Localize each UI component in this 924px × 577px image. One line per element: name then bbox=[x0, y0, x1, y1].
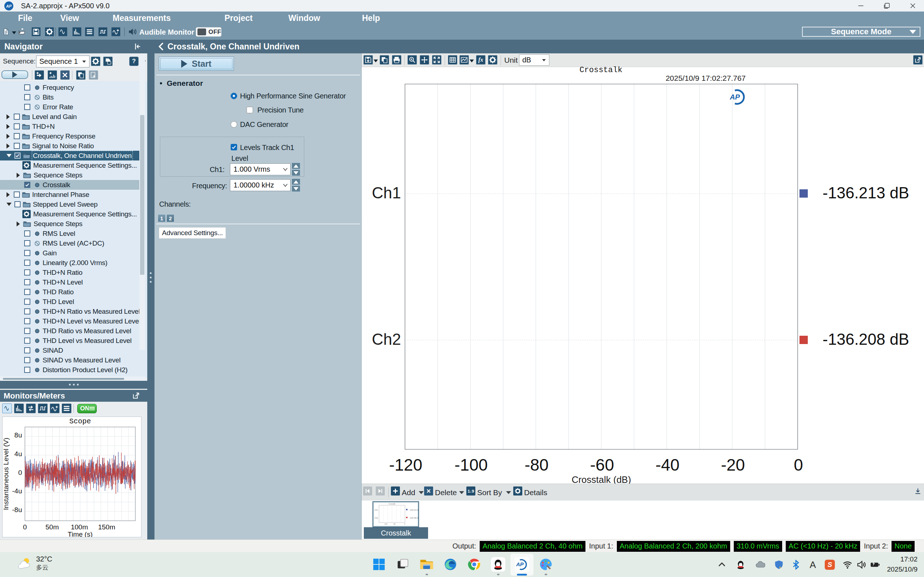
add-result-icon[interactable] bbox=[391, 487, 400, 495]
paste-item-icon[interactable] bbox=[89, 70, 98, 80]
menu-file[interactable]: File bbox=[18, 11, 32, 24]
sweep-monitor-icon[interactable] bbox=[50, 403, 60, 413]
step-down-button[interactable] bbox=[292, 169, 300, 176]
tree-checkbox[interactable] bbox=[24, 250, 30, 256]
advanced-settings-button[interactable]: Advanced Settings... bbox=[159, 227, 226, 239]
undock-graph-icon[interactable] bbox=[913, 55, 922, 64]
close-button[interactable] bbox=[902, 0, 924, 11]
tree-item[interactable]: Interchannel Phase bbox=[0, 190, 139, 200]
tray-qq-icon[interactable] bbox=[735, 559, 747, 571]
tree-checkbox[interactable] bbox=[24, 84, 30, 90]
menu-help[interactable]: Help bbox=[362, 11, 380, 24]
chevron-down-icon[interactable] bbox=[419, 491, 424, 494]
tray-battery-icon[interactable] bbox=[869, 559, 881, 571]
copy-item-icon[interactable] bbox=[76, 70, 86, 80]
frequency-select[interactable]: 1.00000 kHz bbox=[230, 179, 291, 191]
delete-result-icon[interactable] bbox=[424, 487, 433, 495]
step-up-button[interactable] bbox=[292, 163, 300, 169]
tree-checkbox[interactable] bbox=[24, 328, 30, 334]
tree-item[interactable]: THD+N bbox=[0, 121, 139, 131]
delete-result-button[interactable]: Delete bbox=[435, 484, 457, 501]
scope-view-icon[interactable] bbox=[58, 27, 68, 36]
fx-functions-icon[interactable]: fx bbox=[476, 55, 485, 64]
result-thumbnail[interactable]: Ch1Ch2-136.213 dB-136.208 dBCrosstalk-12… bbox=[373, 501, 419, 527]
table-view-icon[interactable] bbox=[448, 55, 457, 64]
tree-item[interactable]: THD+N Level vs Measured Level bbox=[0, 316, 139, 326]
panel-splitter[interactable] bbox=[147, 40, 155, 540]
start-button[interactable]: Start bbox=[159, 56, 234, 71]
tree-item[interactable]: THD+N Level bbox=[0, 277, 139, 287]
open-project-icon[interactable] bbox=[17, 27, 27, 36]
monitors-splitter-handle[interactable] bbox=[0, 381, 147, 389]
sort-by-icon[interactable]: 1↓9 bbox=[466, 487, 475, 495]
tree-checkbox[interactable] bbox=[24, 259, 30, 266]
tree-item[interactable]: THD+N Ratio vs Measured Level bbox=[0, 306, 139, 316]
tree-item[interactable]: THD Ratio vs Measured Level bbox=[0, 326, 139, 336]
result-thumbnail-label[interactable]: Crosstalk bbox=[364, 527, 428, 539]
chevron-down-icon[interactable] bbox=[470, 60, 474, 62]
export-results-icon[interactable] bbox=[913, 487, 922, 495]
windows-start-icon[interactable] bbox=[372, 557, 386, 572]
channel-2-button[interactable]: 2 bbox=[166, 214, 174, 222]
apx500-app-icon[interactable]: AP bbox=[514, 557, 530, 572]
sequence-select[interactable]: Sequence 1 bbox=[36, 56, 89, 68]
generator-section-header[interactable]: Generator bbox=[160, 79, 203, 88]
save-project-icon[interactable] bbox=[31, 27, 41, 36]
chevron-down-icon[interactable] bbox=[506, 491, 511, 494]
tree-item[interactable]: Crosstalk bbox=[0, 180, 139, 190]
input-coupling-value[interactable]: AC (<10 Hz) - 20 kHz bbox=[786, 541, 861, 552]
expand-arrow-icon[interactable] bbox=[6, 124, 10, 129]
tray-wifi-icon[interactable] bbox=[842, 559, 854, 571]
step-up-button[interactable] bbox=[292, 179, 300, 185]
minimize-button[interactable] bbox=[850, 0, 872, 11]
tree-item[interactable]: Distortion Product Level (H2) bbox=[0, 365, 139, 375]
tree-item[interactable]: SINAD bbox=[0, 345, 139, 355]
new-file-icon[interactable] bbox=[2, 27, 11, 36]
details-button[interactable]: Details bbox=[524, 484, 547, 501]
tree-item[interactable]: Stepped Level Sweep bbox=[0, 200, 139, 209]
print-graph-icon[interactable] bbox=[392, 55, 401, 64]
tree-checkbox[interactable] bbox=[24, 318, 30, 324]
tree-item[interactable]: RMS Level (AC+DC) bbox=[0, 239, 139, 248]
copy-graph-icon[interactable] bbox=[380, 55, 389, 64]
expand-arrow-icon[interactable] bbox=[6, 143, 10, 148]
meters-monitor-icon[interactable] bbox=[62, 403, 71, 413]
tree-checkbox[interactable] bbox=[14, 192, 20, 198]
step-down-button[interactable] bbox=[292, 185, 300, 192]
tree-item[interactable]: Gain bbox=[0, 248, 139, 258]
tree-item[interactable]: Linearity (2.000 Vrms) bbox=[0, 258, 139, 268]
tree-checkbox[interactable] bbox=[14, 123, 20, 129]
graph-settings-icon[interactable] bbox=[488, 55, 498, 64]
collapse-arrow-icon[interactable] bbox=[6, 203, 11, 206]
audible-monitor-toggle[interactable]: OFF bbox=[195, 27, 221, 37]
tree-item[interactable]: Error Rate bbox=[0, 102, 139, 112]
tree-checkbox[interactable] bbox=[24, 308, 30, 314]
tree-checkbox[interactable] bbox=[24, 94, 30, 100]
zoom-graph-icon[interactable] bbox=[407, 55, 417, 64]
precision-tune-checkbox[interactable] bbox=[247, 107, 253, 113]
menu-measurements[interactable]: Measurements bbox=[113, 11, 171, 24]
tree-item[interactable]: Sequence Steps bbox=[0, 219, 139, 229]
tree-checkbox[interactable] bbox=[14, 143, 20, 149]
edge-browser-icon[interactable] bbox=[443, 557, 458, 572]
tray-cloud-icon[interactable] bbox=[754, 559, 766, 571]
pan-graph-icon[interactable] bbox=[420, 55, 429, 64]
add-measurement-icon[interactable] bbox=[35, 70, 44, 80]
sweep-view-icon[interactable] bbox=[111, 27, 121, 36]
expand-arrow-icon[interactable] bbox=[16, 221, 20, 226]
frequency-stepper[interactable] bbox=[292, 179, 300, 192]
tree-item[interactable]: RMS Level bbox=[0, 229, 139, 239]
input2-value[interactable]: None bbox=[892, 541, 914, 552]
taskbar-clock[interactable]: 17:02 2025/10/9 bbox=[887, 554, 918, 574]
details-icon[interactable] bbox=[513, 487, 522, 495]
tree-checkbox[interactable] bbox=[24, 289, 30, 295]
qq-app-icon[interactable] bbox=[491, 557, 506, 572]
tree-item[interactable]: Crosstalk, One Channel Undriven bbox=[0, 151, 139, 161]
scope-monitor-icon[interactable] bbox=[2, 403, 12, 413]
channel-1-button[interactable]: 1 bbox=[158, 214, 166, 222]
sequence-mode-dropdown[interactable]: Sequence Mode bbox=[802, 27, 921, 37]
tree-item[interactable]: Level and Gain bbox=[0, 112, 139, 121]
help-icon[interactable]: ? bbox=[129, 56, 139, 66]
tree-checkbox[interactable] bbox=[24, 230, 30, 237]
chevron-down-icon[interactable] bbox=[459, 491, 464, 494]
